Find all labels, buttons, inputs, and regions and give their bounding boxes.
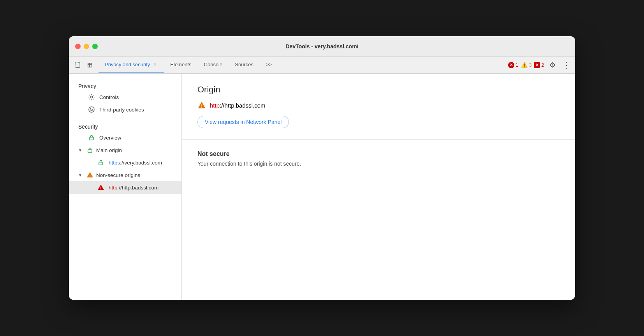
sidebar-item-cookies[interactable]: Third-party cookies [69,103,181,116]
origin-url-row: ! http://http.badssl.com [197,101,560,110]
tabs-container: Privacy and security ✕ Elements Console … [99,57,278,73]
svg-rect-11 [99,162,103,165]
svg-text:!: ! [201,104,202,108]
main-origin-lock-icon [86,146,94,154]
devtools-window: DevTools - very.badssl.com/ Privacy and … [69,36,575,300]
badge-group: ✕ 1 ⚠️ 3 ✕ 2 [508,62,544,69]
warning-badge[interactable]: ⚠️ 3 [521,62,532,69]
non-secure-warning-icon: ! [86,171,94,179]
error-badge[interactable]: ✕ 1 [508,62,518,68]
traffic-lights [75,44,98,49]
sidebar-item-main-origin[interactable]: ▼ Main origin [69,144,181,156]
svg-point-5 [89,107,94,112]
svg-rect-0 [75,63,80,67]
svg-text:!: ! [90,174,91,178]
warning-triangle-icon: ⚠️ [521,62,528,69]
sidebar-item-non-secure-url[interactable]: ! http://http.badssl.com [69,181,181,194]
svg-point-4 [91,96,93,98]
more-tabs-button[interactable]: >> [260,57,278,73]
svg-text:!: ! [100,186,102,190]
cookie-icon [88,106,95,113]
info-square-icon: ✕ [534,62,540,68]
toolbar-icons [72,57,99,73]
expand-arrow-icon: ▼ [78,148,84,152]
tab-privacy-security[interactable]: Privacy and security ✕ [99,57,164,73]
maximize-button[interactable] [92,44,98,49]
titlebar: DevTools - very.badssl.com/ [69,36,575,57]
origin-section: Origin ! http://http.badssl.com View req… [182,74,575,140]
non-secure-url-text: http://http.badssl.com [109,185,158,191]
close-button[interactable] [75,44,81,49]
sidebar-item-main-origin-url[interactable]: https://very.badssl.com [69,156,181,169]
sidebar: Privacy Controls [69,74,182,300]
not-secure-title: Not secure [197,150,560,157]
not-secure-description: Your connection to this origin is not se… [197,161,560,167]
origin-warning-icon: ! [197,101,206,110]
content-panel: Origin ! http://http.badssl.com View req… [182,74,575,300]
tab-console[interactable]: Console [198,57,229,73]
info-badge[interactable]: ✕ 2 [534,62,544,68]
svg-point-7 [92,110,93,110]
sidebar-item-overview[interactable]: Overview [69,131,181,144]
sidebar-section-privacy: Privacy [69,80,181,91]
minimize-button[interactable] [84,44,89,49]
non-secure-url-warning-icon: ! [97,184,105,191]
tab-elements[interactable]: Elements [164,57,197,73]
main-origin-url-lock-icon [97,159,105,166]
window-title: DevTools - very.badssl.com/ [286,43,359,50]
sidebar-section-security: Security [69,120,181,131]
inspect-icon[interactable] [84,60,95,71]
main-area: Privacy Controls [69,74,575,300]
toolbar: Privacy and security ✕ Elements Console … [69,57,575,74]
more-options-button[interactable]: ⋮ [561,60,572,71]
settings-button[interactable]: ⚙ [547,60,558,71]
svg-point-6 [90,108,91,109]
tab-close-icon[interactable]: ✕ [152,62,158,67]
error-icon: ✕ [508,62,514,68]
sidebar-item-non-secure[interactable]: ▼ ! Non-secure origins [69,169,181,181]
cursor-icon[interactable] [72,60,83,71]
toolbar-right: ✕ 1 ⚠️ 3 ✕ 2 ⚙ ⋮ [508,57,572,73]
main-origin-url-text: https://very.badssl.com [109,160,162,166]
tab-sources[interactable]: Sources [229,57,260,73]
svg-point-8 [91,110,91,111]
expand-arrow-nonsecure-icon: ▼ [78,173,84,177]
svg-rect-1 [88,63,92,67]
view-requests-button[interactable]: View requests in Network Panel [197,116,289,128]
origin-url: http://http.badssl.com [210,102,266,109]
sidebar-item-controls[interactable]: Controls [69,91,181,103]
controls-gear-icon [88,93,95,101]
svg-rect-9 [90,137,93,140]
svg-rect-10 [88,150,92,152]
not-secure-section: Not secure Your connection to this origi… [182,140,575,178]
origin-title: Origin [197,85,560,95]
overview-lock-icon [88,134,95,141]
